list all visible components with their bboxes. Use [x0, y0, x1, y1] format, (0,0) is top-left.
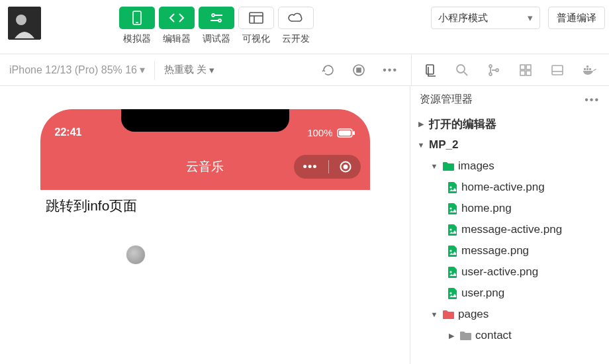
search-icon[interactable]	[455, 64, 469, 77]
svg-rect-25	[589, 68, 591, 70]
file-label: message-active.png	[461, 223, 562, 236]
open-editors-section[interactable]: ▶ 打开的编辑器	[410, 113, 609, 134]
pages-folder[interactable]: ▼ pages	[410, 304, 609, 325]
svg-point-1	[16, 15, 26, 25]
compile-label: 普通编译	[557, 12, 596, 24]
right-tools: 小程序模式 ▾ 普通编译	[431, 7, 609, 29]
file-home-active[interactable]: home-active.png	[410, 177, 609, 198]
image-file-icon	[447, 224, 457, 236]
git-icon[interactable]	[487, 64, 500, 77]
code-icon	[159, 7, 195, 29]
svg-point-15	[489, 73, 492, 75]
avatar[interactable]	[8, 7, 41, 40]
explorer-title: 资源管理器	[420, 93, 473, 107]
svg-rect-29	[353, 131, 355, 135]
file-label: user.png	[461, 287, 504, 300]
capsule-button[interactable]: •••	[294, 155, 361, 179]
images-folder-label: images	[458, 159, 494, 173]
panel-icon[interactable]	[551, 64, 564, 77]
svg-rect-20	[526, 71, 531, 75]
visualize-label: 可视化	[242, 33, 270, 45]
status-time: 22:41	[55, 126, 82, 138]
battery-icon	[337, 128, 355, 138]
explorer-more-icon[interactable]: •••	[585, 94, 600, 106]
capsule-close-icon[interactable]	[340, 161, 351, 173]
svg-rect-21	[552, 66, 563, 75]
extensions-icon[interactable]	[519, 64, 532, 77]
debugger-button[interactable]: 调试器	[199, 7, 234, 45]
images-folder[interactable]: ▼ images	[410, 156, 609, 177]
capsule-menu-icon[interactable]: •••	[303, 160, 318, 174]
svg-point-5	[218, 19, 221, 22]
svg-point-31	[343, 165, 348, 169]
file-tree: ▶ 打开的编辑器 ▼ MP_2 ▼ images home-active.png	[410, 113, 609, 346]
simulator-area: 22:41 100% 云音乐 ••• 跳转到info页面	[0, 86, 410, 364]
mode-select[interactable]: 小程序模式 ▾	[431, 7, 540, 29]
visualize-button[interactable]: 可视化	[238, 7, 274, 45]
svg-point-36	[450, 271, 452, 273]
cloud-button[interactable]: 云开发	[278, 7, 314, 45]
file-user-active[interactable]: user-active.png	[410, 261, 609, 283]
svg-rect-26	[586, 66, 588, 68]
refresh-icon[interactable]	[322, 64, 335, 77]
svg-rect-23	[584, 68, 586, 70]
battery-text: 100%	[307, 127, 332, 138]
editor-label: 编辑器	[163, 33, 191, 45]
image-file-icon	[447, 267, 457, 278]
stop-icon[interactable]	[352, 64, 365, 77]
side-toolbar	[411, 54, 609, 85]
editor-button[interactable]: 编辑器	[159, 7, 195, 45]
project-root[interactable]: ▼ MP_2	[410, 134, 609, 156]
image-file-icon	[447, 246, 457, 257]
svg-point-34	[450, 228, 452, 230]
svg-point-33	[450, 207, 452, 209]
explorer-panel: 资源管理器 ••• ▶ 打开的编辑器 ▼ MP_2 ▼ images home-…	[410, 86, 609, 364]
folder-icon	[442, 310, 454, 319]
debugger-icon	[199, 7, 234, 29]
chevron-right-icon: ▶	[417, 120, 425, 128]
chevron-down-icon: ▼	[430, 162, 438, 170]
docker-icon[interactable]	[583, 64, 597, 76]
svg-rect-10	[357, 68, 361, 72]
device-select[interactable]: iPhone 12/13 (Pro) 85% 16 ▾	[0, 64, 154, 76]
svg-point-12	[457, 65, 465, 73]
chevron-down-icon: ▼	[417, 141, 425, 149]
touch-cursor	[126, 246, 145, 264]
folder-icon	[442, 161, 454, 171]
folder-icon	[459, 331, 471, 340]
hot-reload-toggle[interactable]: 热重载 关 ▾	[155, 64, 224, 76]
chevron-right-icon: ▶	[447, 332, 455, 340]
svg-rect-17	[520, 65, 525, 69]
hot-reload-text: 热重载 关	[164, 64, 207, 76]
file-message[interactable]: message.png	[410, 240, 609, 261]
nav-bar: 云音乐 •••	[40, 144, 370, 190]
file-label: user-active.png	[461, 265, 538, 279]
phone-icon	[119, 7, 155, 29]
main-area: 22:41 100% 云音乐 ••• 跳转到info页面	[0, 86, 609, 364]
device-text: iPhone 12/13 (Pro) 85% 16	[9, 64, 137, 76]
simulator-label: 模拟器	[123, 33, 151, 45]
file-user[interactable]: user.png	[410, 283, 609, 304]
open-editors-label: 打开的编辑器	[429, 116, 496, 132]
mode-label: 小程序模式	[438, 12, 488, 24]
file-message-active[interactable]: message-active.png	[410, 219, 609, 240]
more-icon[interactable]: •••	[383, 64, 398, 76]
files-icon[interactable]	[424, 64, 437, 77]
page-content: 跳转到info页面	[40, 190, 370, 342]
second-bar: iPhone 12/13 (Pro) 85% 16 ▾ 热重载 关 ▾ •••	[0, 54, 609, 86]
svg-point-35	[450, 250, 452, 251]
cloud-label: 云开发	[282, 33, 310, 45]
simulator-button[interactable]: 模拟器	[119, 7, 155, 45]
svg-line-13	[464, 72, 467, 75]
compile-select[interactable]: 普通编译	[548, 7, 605, 29]
image-file-icon	[447, 288, 457, 299]
file-label: home.png	[461, 202, 512, 215]
file-home[interactable]: home.png	[410, 198, 609, 219]
contact-folder[interactable]: ▶ contact	[410, 325, 609, 346]
top-toolbar: 模拟器 编辑器 调试器 可视化 云开发 小程	[0, 0, 609, 54]
project-name: MP_2	[429, 138, 458, 152]
info-link[interactable]: 跳转到info页面	[46, 198, 138, 213]
phone-mockup: 22:41 100% 云音乐 ••• 跳转到info页面	[40, 109, 370, 364]
image-file-icon	[447, 203, 457, 214]
chevron-down-icon: ▾	[528, 12, 533, 24]
